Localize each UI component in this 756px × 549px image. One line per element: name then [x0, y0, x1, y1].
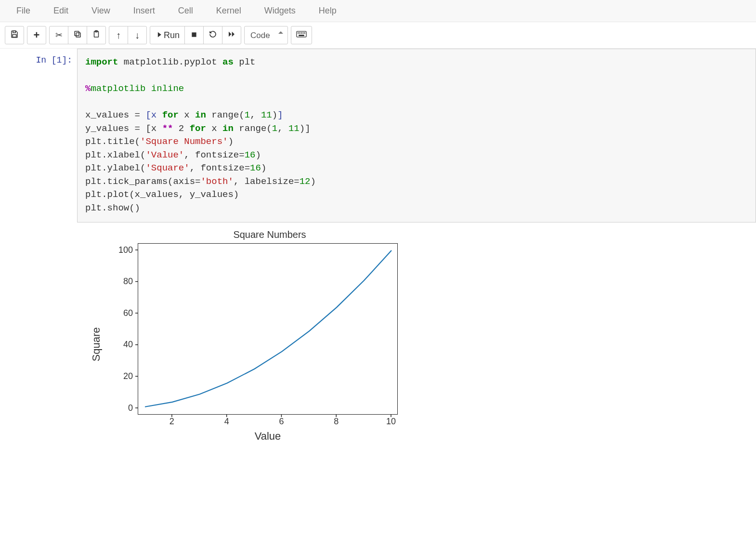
copy-button[interactable]	[68, 26, 87, 44]
run-button[interactable]: Run	[150, 26, 185, 44]
cell-prompt: In [1]:	[0, 49, 77, 65]
menu-kernel[interactable]: Kernel	[205, 2, 253, 20]
arrow-up-icon: ↑	[116, 30, 121, 41]
svg-rect-0	[13, 31, 15, 33]
menubar: FileEditViewInsertCellKernelWidgetsHelp	[0, 0, 756, 22]
move-up-button[interactable]: ↑	[109, 26, 128, 44]
svg-rect-2	[76, 33, 80, 37]
keyboard-icon	[296, 30, 307, 40]
chart-ylabel: Square	[90, 306, 103, 383]
add-cell-button[interactable]: +	[27, 26, 46, 44]
svg-point-8	[298, 32, 299, 33]
paste-button[interactable]	[87, 26, 106, 44]
chart-yticks: 020406080100	[111, 243, 133, 415]
menu-file[interactable]: File	[5, 2, 42, 20]
svg-rect-7	[297, 31, 306, 37]
cut-button[interactable]: ✂	[49, 26, 68, 44]
copy-icon	[73, 30, 82, 41]
save-icon	[10, 30, 19, 41]
scissors-icon: ✂	[55, 30, 63, 40]
celltype-select-wrap: Code	[244, 26, 288, 44]
chart-line	[138, 244, 398, 415]
matplotlib-figure: Square Numbers Square 020406080100 24681…	[96, 227, 756, 445]
code-input[interactable]: import matplotlib.pyplot as plt %matplot…	[77, 49, 756, 222]
menu-view[interactable]: View	[80, 2, 122, 20]
svg-point-12	[304, 32, 305, 33]
run-label: Run	[164, 30, 180, 40]
chart-title: Square Numbers	[140, 227, 400, 243]
chart-axes	[138, 243, 398, 415]
notebook-container: In [1]: import matplotlib.pyplot as plt …	[0, 49, 756, 445]
menu-widgets[interactable]: Widgets	[253, 2, 307, 20]
restart-run-all-button[interactable]	[222, 26, 241, 44]
save-button[interactable]	[5, 26, 24, 44]
arrow-down-icon: ↓	[135, 30, 140, 41]
menu-edit[interactable]: Edit	[42, 2, 80, 20]
run-group: Run	[150, 26, 241, 44]
menu-help[interactable]: Help	[307, 2, 348, 20]
svg-point-9	[300, 32, 300, 33]
code-cell[interactable]: In [1]: import matplotlib.pyplot as plt …	[0, 49, 756, 222]
cell-output: Square Numbers Square 020406080100 24681…	[0, 222, 756, 445]
fast-forward-icon	[228, 30, 235, 40]
svg-point-10	[301, 32, 301, 33]
toolbar: + ✂ ↑ ↓ Run	[0, 22, 756, 49]
plus-icon: +	[34, 29, 40, 41]
menu-insert[interactable]: Insert	[122, 2, 167, 20]
move-down-button[interactable]: ↓	[128, 26, 147, 44]
command-palette-button[interactable]	[291, 26, 312, 44]
restart-button[interactable]	[203, 26, 222, 44]
edit-group: ✂	[49, 26, 106, 44]
svg-rect-1	[13, 34, 16, 37]
move-group: ↑ ↓	[109, 26, 147, 44]
chart-axes-wrap: Square 020406080100 246810 Value	[96, 243, 414, 445]
celltype-select[interactable]: Code	[244, 26, 288, 44]
svg-rect-6	[192, 32, 196, 37]
run-icon	[155, 30, 162, 40]
svg-rect-3	[75, 31, 79, 36]
paste-icon	[92, 30, 101, 41]
stop-icon	[191, 30, 197, 40]
chart-xlabel: Value	[138, 430, 398, 443]
restart-icon	[209, 30, 217, 40]
stop-button[interactable]	[184, 26, 204, 44]
menu-cell[interactable]: Cell	[167, 2, 205, 20]
svg-rect-13	[299, 35, 304, 36]
svg-point-11	[303, 32, 303, 33]
